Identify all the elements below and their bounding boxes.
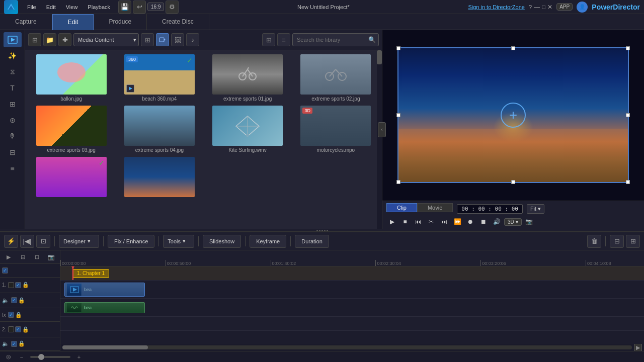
video2-lock-icon[interactable]: 🔒 [22, 326, 29, 333]
handle-mid-left[interactable] [396, 113, 400, 117]
prev-frame-button[interactable]: ⏮ [413, 216, 424, 227]
content-type-dropdown[interactable]: Media Content ▾ [73, 33, 139, 46]
handle-bot-mid[interactable] [511, 180, 515, 184]
keyframe-button[interactable]: Keyframe [250, 235, 286, 248]
grid-view-button[interactable]: ⊞ [262, 33, 275, 46]
audio-clip-block[interactable]: bea [64, 302, 145, 313]
slideshow-button[interactable]: Slideshow [203, 235, 241, 248]
timeline-hscroll[interactable]: ▶ [60, 344, 644, 351]
chapter-marker-block[interactable]: 1. Chapter 1 [72, 269, 109, 278]
list-item[interactable]: extreme sports 03.jpg [29, 106, 113, 153]
video-filter[interactable] [156, 33, 169, 46]
video-visibility-checkbox[interactable]: ✓ [15, 282, 21, 288]
settings-button[interactable]: ⚙ [166, 1, 179, 14]
record-end-button[interactable]: ⏹ [478, 216, 489, 227]
sign-in-link[interactable]: Sign in to DirectorZone [468, 4, 525, 10]
clip-tab[interactable]: Clip [386, 203, 417, 212]
collapse-button[interactable]: ⊟ [610, 235, 624, 248]
video-lock-icon[interactable]: 🔒 [22, 282, 29, 288]
tab-capture[interactable]: Capture [0, 14, 52, 30]
list-item[interactable]: ✓ [29, 157, 113, 199]
audio-lock-icon[interactable]: 🔒 [18, 297, 25, 304]
chapter-checkbox[interactable]: ✓ [2, 267, 8, 274]
list-item[interactable]: extreme sports 04.jpg [117, 106, 201, 153]
vertical-scrollbar[interactable] [377, 50, 382, 229]
panel-collapse-handle[interactable]: ‹ [378, 122, 386, 137]
color-board-button[interactable]: ✚ [58, 33, 71, 46]
volume-button[interactable]: 🔊 [491, 216, 502, 227]
sidebar-pip-icon[interactable]: ⊞ [4, 97, 22, 112]
video-track-checkbox[interactable] [8, 282, 14, 288]
sidebar-titles-icon[interactable]: T [4, 80, 22, 96]
fit-timeline-button[interactable]: ◎ [4, 352, 13, 361]
audio-checkbox[interactable]: ✓ [11, 297, 17, 303]
minimize-icon[interactable]: — [534, 4, 540, 11]
sidebar-media-icon[interactable] [4, 32, 22, 47]
sidebar-chapters-icon[interactable]: ⊟ [4, 145, 22, 160]
magic-tool-button[interactable]: ⚡ [4, 235, 18, 248]
import-folder-button[interactable]: 📁 [43, 33, 56, 46]
list-item[interactable]: 360 ✓ beach 360.mp4 [117, 54, 201, 102]
zoom-slider[interactable] [30, 356, 70, 358]
record-begin-button[interactable]: ⏺ [465, 216, 476, 227]
list-view-button[interactable]: ≡ [277, 33, 290, 46]
video2-visibility-checkbox[interactable]: ✓ [15, 326, 21, 332]
video-clip-block[interactable]: bea [64, 283, 145, 297]
sidebar-transitions-icon[interactable]: ⧖ [4, 64, 22, 79]
tab-produce[interactable]: Produce [94, 14, 147, 30]
expand-button[interactable]: ⊞ [626, 235, 640, 248]
menu-playback[interactable]: Playback [83, 3, 115, 11]
next-frame-button[interactable]: ⏭ [439, 216, 450, 227]
zoom-in-button[interactable]: + [74, 352, 84, 361]
menu-view[interactable]: View [61, 3, 83, 11]
3d-toggle-button[interactable]: 3D ▾ [504, 218, 522, 226]
hscroll-thumb[interactable] [62, 345, 148, 349]
split-tool-button[interactable]: |◀| [20, 235, 34, 248]
track-icon-btn1[interactable]: ▶ [2, 250, 15, 263]
snapshot-button[interactable]: 📷 [524, 216, 535, 227]
stop-button[interactable]: ■ [399, 216, 411, 227]
fast-forward-button[interactable]: ⏩ [452, 216, 463, 227]
handle-bot-right[interactable] [626, 180, 630, 184]
sidebar-particles-icon[interactable]: ⊛ [4, 113, 22, 128]
track-icon-btn3[interactable]: ⊡ [31, 250, 44, 263]
sidebar-audio-icon[interactable]: 🎙 [4, 129, 22, 144]
handle-top-right[interactable] [626, 46, 630, 50]
movie-tab[interactable]: Movie [417, 203, 453, 212]
handle-mid-right[interactable] [626, 113, 630, 117]
track-icon-btn4[interactable]: 📷 [45, 250, 58, 263]
close-icon[interactable]: ✕ [547, 4, 552, 11]
search-input[interactable] [292, 33, 379, 46]
list-item[interactable]: ballon.jpg [29, 54, 113, 102]
handle-top-mid[interactable] [511, 46, 515, 50]
list-item[interactable]: extreme sports 02.jpg [294, 54, 378, 102]
audio2-lock-icon[interactable]: 🔒 [18, 340, 25, 347]
zoom-thumb[interactable] [38, 354, 44, 360]
import-media-button[interactable]: ⊞ [28, 33, 41, 46]
designer-dropdown[interactable]: Designer ▾ [59, 235, 99, 248]
undo-button[interactable]: ↩ [133, 1, 146, 14]
all-media-filter[interactable]: ⊞ [141, 33, 154, 46]
fix-enhance-button[interactable]: Fix / Enhance [108, 235, 154, 248]
fx-lock-icon[interactable]: 🔒 [15, 312, 22, 318]
scroll-right-button[interactable]: ▶ [634, 343, 642, 351]
zoom-out-button[interactable]: − [17, 352, 26, 361]
crop-tool-button[interactable]: ⊡ [36, 235, 50, 248]
duration-button[interactable]: Duration [295, 235, 329, 248]
list-item[interactable] [117, 157, 201, 199]
delete-button[interactable]: 🗑 [587, 235, 601, 248]
fx-checkbox[interactable]: ✓ [8, 312, 14, 318]
handle-top-left[interactable] [396, 46, 400, 50]
audio-filter[interactable]: ♪ [186, 33, 199, 46]
sidebar-subtitles-icon[interactable]: ≡ [4, 161, 22, 176]
question-icon[interactable]: ? [529, 4, 532, 10]
audio2-checkbox[interactable]: ✓ [11, 341, 17, 347]
tools-dropdown[interactable]: Tools ▾ [163, 235, 194, 248]
fit-dropdown[interactable]: Fit ▾ [527, 204, 544, 214]
sidebar-fx-icon[interactable]: ✨ [4, 48, 22, 63]
play-button[interactable]: ▶ [386, 216, 397, 227]
scrollbar-thumb[interactable] [377, 50, 382, 65]
menu-edit[interactable]: Edit [41, 3, 61, 11]
video2-checkbox[interactable] [8, 326, 14, 332]
split-button[interactable]: ✂ [426, 216, 437, 227]
